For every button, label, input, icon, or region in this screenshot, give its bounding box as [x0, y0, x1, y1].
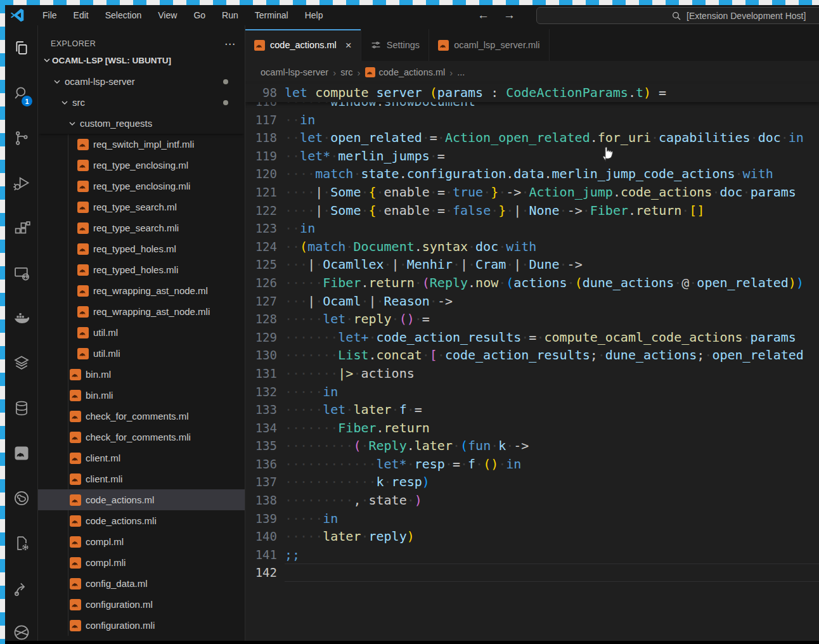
source-control-icon[interactable]	[5, 115, 37, 160]
workspace-root[interactable]: OCAML-LSP [WSL: UBUNTU]	[38, 49, 245, 71]
folder-row-src[interactable]: src	[38, 92, 245, 113]
breadcrumb-item-...[interactable]: ...	[457, 67, 465, 77]
code-line-142[interactable]: 142	[245, 564, 819, 582]
code-line-139[interactable]: 139·····in	[245, 510, 819, 528]
file-row-config_data.ml[interactable]: config_data.ml	[38, 573, 245, 594]
code-line-122[interactable]: 122····|·Some·{·enable·=·false·}·|·None·…	[245, 202, 819, 220]
file-row-compl.mli[interactable]: compl.mli	[38, 552, 245, 573]
file-row-check_for_comments.mli[interactable]: check_for_comments.mli	[38, 427, 245, 448]
folder-row-custom_requests[interactable]: custom_requests	[38, 113, 245, 134]
file-row-req_wrapping_ast_node.mli[interactable]: req_wrapping_ast_node.mli	[38, 301, 245, 322]
database-icon[interactable]	[5, 385, 37, 430]
code-line-133[interactable]: 133·····let·later·f·=	[245, 401, 819, 419]
file-row-req_typed_holes.mli[interactable]: req_typed_holes.mli	[38, 259, 245, 280]
menu-edit[interactable]: Edit	[65, 7, 97, 23]
run-debug-icon[interactable]	[5, 160, 37, 205]
tab-code_actions.ml[interactable]: code_actions.ml×	[245, 29, 361, 61]
code-line-137[interactable]: 137············k·resp)	[245, 473, 819, 491]
tab-ocaml_lsp_server.mli[interactable]: ocaml_lsp_server.mli	[429, 29, 549, 61]
line-number: 132	[245, 383, 277, 401]
code-line-130[interactable]: 130·······List.concat·[·code_action_resu…	[245, 346, 819, 364]
line-number: 118	[245, 129, 277, 147]
close-icon[interactable]: ×	[345, 40, 352, 51]
code-line-138[interactable]: 138·········,·state·)	[245, 491, 819, 510]
sticky-scroll-line[interactable]: 98let compute server (params : CodeActio…	[245, 84, 819, 102]
file-row-req_type_search.ml[interactable]: req_type_search.ml	[38, 196, 245, 217]
share-icon[interactable]	[5, 565, 37, 610]
code-line-121[interactable]: 121····|·Some·{·enable·=·true·}·->·Actio…	[245, 183, 819, 202]
explorer-icon[interactable]	[5, 25, 37, 70]
file-row-configuration.mli[interactable]: configuration.mli	[38, 615, 245, 636]
tools-file-icon[interactable]	[5, 520, 37, 565]
file-row-bin.ml[interactable]: bin.ml	[38, 364, 245, 385]
file-row-req_type_enclosing.mli[interactable]: req_type_enclosing.mli	[38, 176, 245, 196]
code-line-124[interactable]: 124··(match·Document.syntax·doc·with	[245, 238, 819, 256]
file-row-bin.mli[interactable]: bin.mli	[38, 385, 245, 406]
tab-Settings[interactable]: Settings	[361, 29, 429, 61]
code-line-131[interactable]: 131·······|>·actions	[245, 364, 819, 383]
ocaml-file-icon	[77, 181, 89, 192]
breadcrumb-item-src[interactable]: src	[340, 67, 352, 77]
file-row-util.mli[interactable]: util.mli	[38, 343, 245, 364]
file-row-code_actions.mli[interactable]: code_actions.mli	[38, 510, 245, 531]
code-editor[interactable]: 116······window.showDocument117··in118··…	[245, 84, 819, 644]
code-line-118[interactable]: 118··let·open_related·=·Action_open_rela…	[245, 129, 819, 147]
menu-terminal[interactable]: Terminal	[247, 7, 297, 23]
remote-explorer-icon[interactable]	[5, 250, 37, 295]
code-line-134[interactable]: 134·······Fiber.return	[245, 419, 819, 437]
menu-go[interactable]: Go	[185, 7, 214, 23]
folder-row-ocaml-lsp-server[interactable]: ocaml-lsp-server	[38, 71, 245, 92]
file-row-code_actions.ml[interactable]: code_actions.ml	[38, 489, 245, 510]
code-line-120[interactable]: 120····match·state.configuration.data.me…	[245, 165, 819, 183]
duck-icon[interactable]	[5, 475, 37, 520]
code-line-128[interactable]: 128·····let·reply·()·=	[245, 310, 819, 328]
menu-file[interactable]: File	[34, 7, 65, 23]
breadcrumb-item-code_actions.ml[interactable]: code_actions.ml	[365, 67, 446, 77]
code-line-135[interactable]: 135·········(·Reply.later·(fun·k·->	[245, 437, 819, 455]
code-line-123[interactable]: 123··in	[245, 219, 819, 238]
file-row-req_type_enclosing.ml[interactable]: req_type_enclosing.ml	[38, 155, 245, 176]
menu-selection[interactable]: Selection	[97, 7, 150, 23]
code-line-129[interactable]: 129·······let+·code_action_results·=·com…	[245, 328, 819, 347]
tab-label: Settings	[387, 40, 420, 50]
menu-run[interactable]: Run	[214, 7, 247, 23]
file-row-req_typed_holes.ml[interactable]: req_typed_holes.ml	[38, 238, 245, 259]
code-line-119[interactable]: 119··let*·merlin_jumps·=	[245, 147, 819, 165]
code-line-125[interactable]: 125···|·Ocamllex·|·Menhir·|·Cram·|·Dune·…	[245, 255, 819, 274]
extensions-icon[interactable]	[5, 205, 37, 250]
file-row-req_wrapping_ast_node.ml[interactable]: req_wrapping_ast_node.ml	[38, 280, 245, 301]
code-line-117[interactable]: 117··in	[245, 111, 819, 129]
file-row-req_type_search.mli[interactable]: req_type_search.mli	[38, 217, 245, 238]
ocaml-file-icon	[70, 599, 81, 610]
menu-view[interactable]: View	[150, 7, 185, 23]
menu-help[interactable]: Help	[297, 7, 332, 23]
ocaml-file-icon	[77, 160, 89, 171]
line-number: 119	[245, 147, 277, 165]
code-lines: 116······window.showDocument117··in118··…	[245, 93, 819, 582]
ocaml-icon[interactable]	[5, 430, 37, 475]
code-line-140[interactable]: 140·····later·reply)	[245, 527, 819, 546]
editor-group: code_actions.ml×Settingsocaml_lsp_server…	[245, 25, 819, 644]
file-row-client.mli[interactable]: client.mli	[38, 468, 245, 489]
layers-icon[interactable]	[5, 340, 37, 385]
file-row-check_for_comments.ml[interactable]: check_for_comments.ml	[38, 406, 245, 427]
file-row-compl.ml[interactable]: compl.ml	[38, 531, 245, 552]
nav-back-button[interactable]: ←	[477, 8, 489, 22]
search-icon[interactable]: 1	[5, 70, 37, 115]
code-line-136[interactable]: 136············let*·resp·=·f·()·in	[245, 455, 819, 473]
file-row-configuration.ml[interactable]: configuration.ml	[38, 594, 245, 615]
file-row-client.ml[interactable]: client.ml	[38, 448, 245, 468]
code-line-141[interactable]: 141;;	[245, 546, 819, 564]
explorer-actions-button[interactable]: ⋯	[224, 37, 236, 51]
line-number: 135	[245, 437, 277, 455]
globe-icon[interactable]	[5, 610, 37, 644]
file-row-util.ml[interactable]: util.ml	[38, 322, 245, 343]
file-row-req_switch_impl_intf.mli[interactable]: req_switch_impl_intf.mli	[38, 134, 245, 155]
code-line-132[interactable]: 132·····in	[245, 383, 819, 401]
command-center-search[interactable]: [Extension Development Host]	[536, 7, 819, 24]
nav-forward-button[interactable]: →	[503, 8, 515, 22]
breadcrumb-item-ocaml-lsp-server[interactable]: ocaml-lsp-server	[261, 67, 328, 77]
docker-icon[interactable]	[5, 295, 37, 340]
code-line-127[interactable]: 127···|·Ocaml·|·Reason·->	[245, 292, 819, 311]
code-line-126[interactable]: 126·····Fiber.return·(Reply.now·(actions…	[245, 274, 819, 292]
